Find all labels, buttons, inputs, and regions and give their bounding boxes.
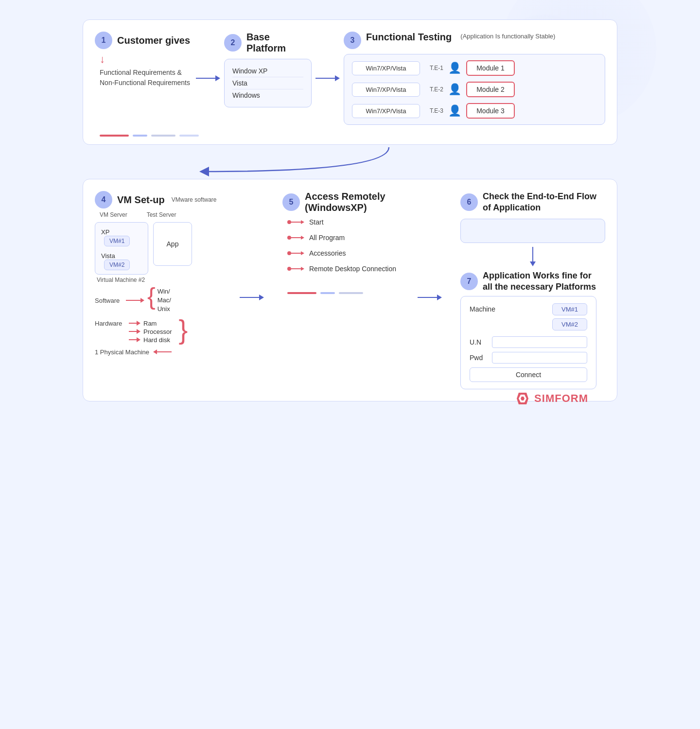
deco-blue2-1 <box>179 135 199 137</box>
arrow-line <box>240 297 259 298</box>
step2-inner-box: Window XP Vista Windows <box>224 59 312 107</box>
deco-red-1 <box>100 135 129 137</box>
pink-dot-arrow-3 <box>287 251 304 255</box>
step3-title: Functional Testing <box>366 32 452 43</box>
vm-badge-1: VM#1 <box>104 236 130 246</box>
vm-column: XP VM#1 Vista VM#2 <box>95 222 148 275</box>
step5-label-1: Start <box>309 218 324 226</box>
step4-container: 4 VM Set-up VMware software VM Server Te… <box>95 191 221 356</box>
pink-head-left <box>153 349 157 354</box>
step2-header: 2 Base Platform <box>224 32 312 54</box>
step5-item-3: Accessories <box>287 249 399 257</box>
step7-un-input[interactable] <box>492 336 587 348</box>
person-icon-3: 👤 <box>448 104 461 117</box>
step7-machine-row: Machine VM#1 VM#2 <box>470 303 587 330</box>
step7-pwd-label: Pwd <box>470 354 487 362</box>
pink-arrow-ram <box>129 321 140 326</box>
hardware-label: Hardware <box>95 320 124 327</box>
step3-header: 3 Functional Testing (Application Is fun… <box>344 32 605 49</box>
step5-badge: 5 <box>282 193 300 211</box>
simform-logo-icon <box>515 391 530 406</box>
pink-tip-1 <box>301 220 304 224</box>
pink-head-ram <box>137 321 140 326</box>
pink-stem-4 <box>291 268 301 269</box>
step4-badge: 4 <box>95 191 112 208</box>
pink-stem-2 <box>291 237 301 238</box>
step7-pwd-input[interactable] <box>492 352 587 364</box>
step5-header: 5 Access Remotely (WindowsXP) <box>282 191 399 213</box>
vm-os-xp: XP <box>99 226 144 236</box>
module-box-2: Module 2 <box>466 82 515 97</box>
pink-tip-3 <box>301 251 304 255</box>
step3-row-1: Win7/XP/Vista T.E-1 👤 Module 1 <box>352 60 597 76</box>
step7-un-label: U.N <box>470 338 487 346</box>
pink-stem-1 <box>291 222 301 223</box>
step5-label-2: All Program <box>309 234 345 242</box>
vm2-label: Virtual Machine #2 <box>95 277 221 283</box>
hw-ram: Ram <box>129 320 172 327</box>
deco-blue-2 <box>320 292 335 294</box>
te-label-2: T.E-2 <box>425 86 443 93</box>
arrow-line-2 <box>418 297 437 298</box>
step3-row-3: Win7/XP/Vista T.E-3 👤 Module 3 <box>352 103 597 119</box>
deco-lines-top <box>100 135 605 137</box>
step7-badge: 7 <box>460 273 478 290</box>
deco-lines-bottom <box>287 292 399 294</box>
hardware-section: Hardware Ram <box>95 318 221 344</box>
test-server-label: Test Server <box>147 211 176 218</box>
step4-vmware-label: VMware software <box>172 196 217 203</box>
vm-server-label: VM Server <box>100 211 127 218</box>
hw-harddisk: Hard disk <box>129 336 172 344</box>
step6-title: Check the End-to-End Flow of Application <box>483 191 605 214</box>
module-box-3: Module 3 <box>466 103 515 119</box>
step1-header: 1 Customer gives <box>95 32 190 49</box>
pink-dot-3 <box>287 251 291 255</box>
step5-item-4: Remote Desktop Connection <box>287 265 399 273</box>
step6-header: 6 Check the End-to-End Flow of Applicati… <box>460 191 605 214</box>
person-icon-1: 👤 <box>448 62 461 74</box>
step2-badge: 2 <box>224 34 242 52</box>
step1-badge: 1 <box>95 32 112 49</box>
step1-down-arrow: ↓ <box>100 53 105 66</box>
arrow-5-to-6 <box>418 295 442 300</box>
software-label: Software <box>95 297 123 304</box>
pink-line-proc <box>129 331 137 332</box>
step7-vm-boxes: VM#1 VM#2 <box>552 303 587 330</box>
pink-line-hd <box>129 339 137 340</box>
step4-title: VM Set-up <box>117 194 165 206</box>
pink-tip-2 <box>301 236 304 240</box>
hw-ram-label: Ram <box>143 320 157 327</box>
pink-dot-1 <box>287 220 291 224</box>
step4-vm-area: XP VM#1 Vista VM#2 App <box>95 222 221 275</box>
test-server-box: App <box>153 222 192 266</box>
pink-arrow-hd <box>129 337 140 342</box>
pink-dot-arrow-4 <box>287 267 304 271</box>
pink-head <box>140 298 144 303</box>
deco-red-2 <box>287 292 316 294</box>
arrow-2-to-3 <box>315 75 340 81</box>
software-values: Win/Mac/Unix <box>158 287 171 314</box>
deco-gray-2 <box>339 292 363 294</box>
hardware-row: Hardware Ram <box>95 320 221 344</box>
step2-item-3: Windows <box>232 89 303 101</box>
platform-box-3: Win7/XP/Vista <box>352 104 420 118</box>
step5-label-3: Accessories <box>309 249 346 257</box>
arrow-head <box>259 295 264 300</box>
te-label-1: T.E-1 <box>425 65 443 71</box>
software-arrow <box>126 298 144 303</box>
curved-arrow-container <box>83 145 617 179</box>
deco-gray-1 <box>151 135 175 137</box>
arrow-1-to-2 <box>196 75 220 81</box>
pink-head-proc <box>137 329 140 334</box>
pink-dot-arrow-1 <box>287 220 304 224</box>
pink-arrow-proc <box>129 329 140 334</box>
pink-line-ram <box>129 323 137 324</box>
curved-arrow-svg <box>107 145 447 179</box>
v-head <box>530 261 536 266</box>
pink-dot-4 <box>287 267 291 271</box>
step3-subtitle: (Application Is functionally Stable) <box>460 33 555 40</box>
step5-item-2: All Program <box>287 234 399 242</box>
step7-connect-button[interactable]: Connect <box>470 367 587 382</box>
step1-description: Functional Requirements & Non-Functional… <box>100 68 192 88</box>
step3-rows: Win7/XP/Vista T.E-1 👤 Module 1 Win7/XP/V… <box>352 60 597 119</box>
